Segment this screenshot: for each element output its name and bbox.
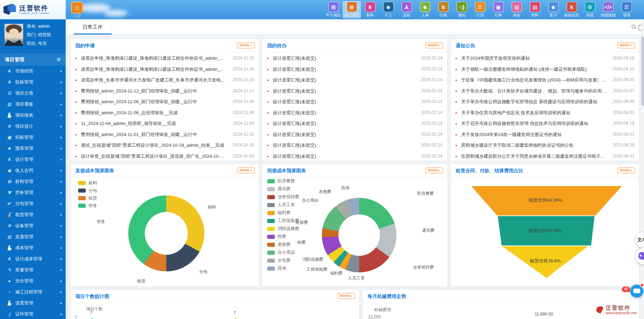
- top-menu-item[interactable]: ¥ 基础信息: [562, 1, 581, 18]
- list-item[interactable]: 设计进度汇报(未提交) 2025.02.14: [262, 53, 447, 64]
- sidebar-item[interactable]: ✎ 质量管理: [0, 264, 66, 276]
- legend-item[interactable]: 差旅费: [267, 241, 299, 249]
- top-menu-item[interactable]: ☻ 客户: [544, 1, 562, 18]
- top-menu-item[interactable]: ¥ 财务: [361, 1, 379, 18]
- sidebar-item[interactable]: ● 安全管理: [0, 276, 66, 287]
- message-count-badge[interactable]: 45: [622, 287, 630, 292]
- legend-item[interactable]: 工程保险费: [267, 217, 299, 225]
- sidebar-item[interactable]: A 设计管理: [0, 154, 66, 165]
- sidebar-item[interactable]: x² 分包管理: [0, 198, 66, 209]
- sidebar-item[interactable]: ◉ 收入合同: [0, 165, 66, 176]
- sidebar-item[interactable]: A 投标管理: [0, 77, 66, 88]
- list-item[interactable]: 关于举办住房与房地产信息化 技术及应用培训班的通知 2024.06.01: [451, 107, 639, 118]
- list-item[interactable]: 关于举办市政公用设施数字化管理信息 系统建设与应用培训班的通知 2024.06.…: [451, 96, 639, 107]
- sidebar-item[interactable]: ▣ 招标管理: [0, 132, 66, 143]
- top-menu-item[interactable]: ⊞ 甲方项目: [324, 1, 343, 18]
- legend-item[interactable]: 人员工资: [267, 201, 299, 209]
- more-button[interactable]: MORE: [426, 42, 443, 48]
- sidebar-item[interactable]: ∀ 劳务管理: [0, 187, 66, 198]
- list-item[interactable]: 设计进度汇报(未提交) 2025.02.14: [262, 96, 447, 107]
- portal-menu-item[interactable]: ⌂ 门户: [69, 2, 85, 19]
- list-item[interactable]: 关于领取一级注册建造师增项贴的通知 (须持一建证书前来领取) 2024.06.1…: [451, 64, 639, 75]
- sidebar-item[interactable]: ☰ 项目立项: [0, 88, 66, 99]
- sidebar-item[interactable]: ⚙ 设备管理: [0, 220, 66, 231]
- top-menu-item[interactable]: ⊞ 项目管理: [343, 1, 361, 18]
- list-item[interactable]: 住房和城乡建设部办公厅关于同意吉林省开展二级建造师注册证书电子化试点... 20…: [451, 151, 639, 161]
- top-menu-item[interactable]: </> 智能建模: [599, 1, 617, 18]
- sidebar-item[interactable]: ▙ 进度管理: [0, 298, 66, 309]
- sidebar-item[interactable]: ⊞ 材料管理: [0, 176, 66, 187]
- legend-item[interactable]: 消防设施费: [267, 225, 299, 233]
- list-item[interactable]: 关于2024年国庆节放假安排的通知 2024.06.15: [451, 53, 639, 64]
- list-item[interactable]: 费用报销_admin_2024-11-01_部门经理审批_胡建,_运行中 202…: [71, 129, 259, 140]
- legend-item[interactable]: 分包: [78, 187, 97, 194]
- top-menu-item[interactable]: ≋ 行政: [434, 1, 452, 18]
- top-menu-item[interactable]: ☰ 管理: [617, 1, 636, 18]
- gear-icon[interactable]: [56, 53, 61, 66]
- list-item[interactable]: 设计进度汇报(未提交) 2025.02.14: [262, 151, 447, 161]
- key-icon[interactable]: [632, 25, 636, 29]
- more-button[interactable]: MORE: [237, 42, 255, 48]
- legend-item[interactable]: 税费: [267, 233, 299, 241]
- top-menu-item[interactable]: ☻ 人事: [416, 1, 434, 18]
- top-menu-item[interactable]: ☻ 个人: [379, 1, 398, 18]
- list-item[interactable]: 于征集《中国建筑施工行业信息化发展报告 (2024) —BIM应用与发展》材料.…: [451, 75, 639, 86]
- legend-item[interactable]: 租赁: [78, 194, 97, 202]
- top-menu-item[interactable]: ⚙ 系统: [581, 1, 599, 18]
- list-item[interactable]: 房和城乡建设厅关于取消二级建造师临时执业证书的公告 2023.08.29: [451, 140, 639, 151]
- list-item[interactable]: 设计审查_彭祖新城"四馆"景观工程设计项目_请选择_胡广生_2024-10-2.…: [71, 151, 259, 161]
- top-menu-item[interactable]: ⅄ 流程: [398, 1, 416, 18]
- list-item[interactable]: 进度款申报_珠海鹤港口建设_珠海鹤港口建设工程合作协议书_admin_... 2…: [71, 64, 259, 75]
- legend-item[interactable]: 材料: [78, 179, 97, 187]
- top-menu-item[interactable]: ▤ 资料: [526, 1, 544, 18]
- list-item[interactable]: 设计进度汇报(未提交) 2025.02.14: [262, 140, 447, 151]
- sidebar-item[interactable]: A 设计成本管理: [0, 253, 66, 264]
- sidebar-item[interactable]: ▯ 证件管理: [0, 309, 66, 319]
- legend-item[interactable]: 其他: [267, 264, 299, 272]
- sidebar-item[interactable]: ◔ 施工过程管理: [0, 287, 66, 298]
- scrollbar-thumb[interactable]: [641, 37, 644, 106]
- list-item[interactable]: 测试_彭祖新城"四馆"景观工程设计项目_2024-10-29_admin_结束_…: [71, 140, 259, 151]
- list-item[interactable]: 设计进度汇报(未提交) 2025.02.14: [262, 75, 447, 86]
- list-item[interactable]: 进度款申报_珠海鹤港口建设_珠海鹤港口建设工程合作协议书_admin_... 2…: [71, 53, 259, 64]
- scrollbar-track[interactable]: [641, 19, 644, 319]
- legend-item[interactable]: 通讯费: [267, 185, 299, 193]
- more-button[interactable]: MORE: [237, 167, 255, 173]
- more-button[interactable]: MORE: [617, 42, 635, 48]
- sidebar-item[interactable]: ■ 预算管理: [0, 143, 66, 154]
- sidebar-item[interactable]: ⌛ 租赁管理: [0, 209, 66, 220]
- top-menu-item[interactable]: ▤ 报告: [507, 1, 526, 18]
- list-item[interactable]: 费用报销_admin_2024-11-12_部门经理审批_胡建,_运行中 202…: [71, 86, 259, 97]
- legend-item[interactable]: 办公用品: [267, 249, 299, 257]
- top-menu-item[interactable]: ▣ 任务: [489, 1, 507, 18]
- legend-item[interactable]: 福利费: [267, 209, 299, 217]
- list-item[interactable]: 设计进度汇报(未提交) 2025.02.14: [262, 107, 447, 118]
- list-item[interactable]: 费用报销_admin_2024-11-06_总经理审批__完成 2024.11.…: [71, 107, 259, 118]
- list-item[interactable]: 设计进度汇报(未提交) 2025.02.14: [262, 86, 447, 97]
- legend-item[interactable]: 职员餐费: [267, 177, 299, 185]
- list-item[interactable]: 设计进度汇报(未提交) 2025.02.14: [262, 64, 447, 75]
- sidebar-item[interactable]: ▙ 项目报表: [0, 110, 66, 121]
- top-menu-item[interactable]: ◁) 通知: [452, 1, 471, 18]
- legend-item[interactable]: 水电费: [267, 257, 299, 264]
- more-button[interactable]: MORE: [426, 167, 443, 173]
- legend-item[interactable]: 业务招待费: [267, 193, 299, 201]
- sidebar-item[interactable]: ▤ 项目看板: [0, 99, 66, 110]
- more-button[interactable]: MORE: [337, 293, 355, 299]
- list-item[interactable]: 11_2024-11-04_admin_经营部_领导审批__完成 2024.11…: [71, 118, 259, 129]
- tab-daily-work[interactable]: 日常工作: [74, 19, 112, 35]
- list-item[interactable]: 关于发放2024年第24批一级建造师注册证书的通知 2024.06.01: [451, 129, 639, 140]
- list-item[interactable]: 设计进度汇报(未提交) 2025.02.14: [262, 129, 447, 140]
- list-item[interactable]: 费用报销_admin_2024-11-06_部门经理审批_胡建,_运行中 202…: [71, 96, 259, 107]
- chat-float-button[interactable]: [630, 284, 643, 298]
- list-item[interactable]: 关于召开市政公用设施智慧化管理 信息技术与应用培训班的通知 2024.06.19: [451, 118, 639, 129]
- list-item[interactable]: 进度款申报_长春市伊通河水力发电厂改建工程_长春市伊通河水力发电... 2024…: [71, 75, 259, 86]
- more-button[interactable]: MORE: [617, 167, 635, 173]
- sidebar-item[interactable]: ▤ 发票管理: [0, 231, 66, 242]
- list-item[interactable]: 关于举办大数据、云计算技术在城市建设、 规划、管理与服务中的应用培训班... 2…: [451, 86, 639, 97]
- top-menu-item[interactable]: ☰ 计划: [471, 1, 489, 18]
- sidebar-item[interactable]: ▙ 成本管理: [0, 242, 66, 253]
- sidebar-item[interactable]: A 项目设计: [0, 121, 66, 132]
- sidebar-item[interactable]: A 市场经营: [0, 66, 66, 77]
- legend-item[interactable]: 劳务: [78, 202, 97, 210]
